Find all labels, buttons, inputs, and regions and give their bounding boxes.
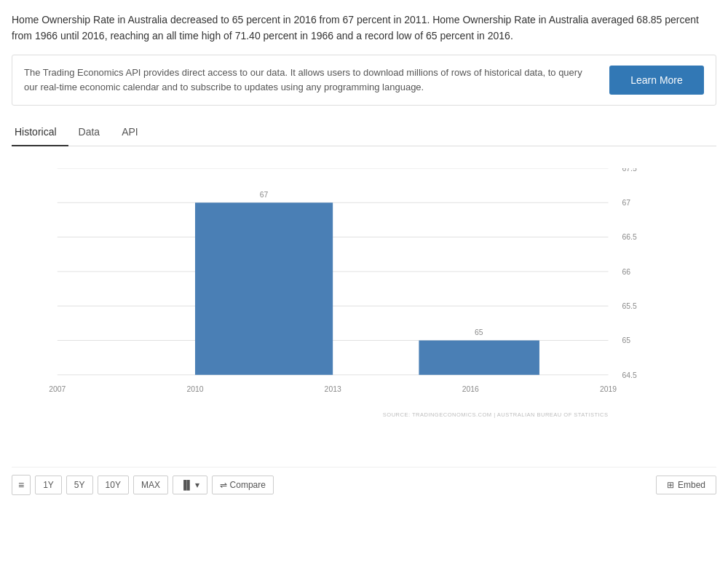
x-label-2013: 2013: [325, 385, 341, 393]
chart-source: SOURCE: TRADINGECONOMICS.COM | AUSTRALIA…: [383, 411, 609, 418]
y-label-675: 67.5: [622, 168, 636, 173]
chart-type-button[interactable]: ▐▌ ▾: [173, 476, 207, 494]
chart-container: 67.5 67 66.5 66 65.5 65 64.5 67 65 2007 …: [12, 154, 716, 459]
embed-button[interactable]: ⊞ Embed: [656, 476, 716, 494]
description-text: Home Ownership Rate in Australia decreas…: [12, 12, 716, 44]
btn-1y[interactable]: 1Y: [35, 476, 62, 494]
y-label-655: 65.5: [622, 302, 636, 310]
x-label-2007: 2007: [49, 385, 66, 393]
bar-label-2016: 65: [475, 328, 483, 336]
chart-svg: 67.5 67 66.5 66 65.5 65 64.5 67 65 2007 …: [48, 168, 673, 423]
tab-historical[interactable]: Historical: [12, 120, 68, 146]
bar-label-2010: 67: [260, 191, 269, 199]
learn-more-button[interactable]: Learn More: [609, 66, 704, 95]
btn-max[interactable]: MAX: [133, 476, 168, 494]
btn-10y[interactable]: 10Y: [98, 476, 129, 494]
bar-2010: [195, 202, 333, 374]
tabs-container: Historical Data API: [12, 120, 716, 146]
embed-label: Embed: [678, 480, 705, 490]
x-label-2016: 2016: [462, 385, 479, 393]
tab-api[interactable]: API: [119, 120, 150, 146]
embed-icon: ⊞: [667, 480, 674, 490]
bar-2016: [419, 341, 539, 375]
x-label-2010: 2010: [186, 385, 203, 393]
y-label-67: 67: [622, 199, 630, 207]
tab-data[interactable]: Data: [76, 120, 112, 146]
api-banner: The Trading Economics API provides direc…: [12, 55, 716, 106]
y-label-645: 64.5: [622, 371, 636, 379]
btn-5y[interactable]: 5Y: [66, 476, 93, 494]
y-label-66: 66: [622, 268, 630, 276]
compare-button[interactable]: ⇌ Compare: [212, 476, 274, 494]
api-banner-text: The Trading Economics API provides direc…: [24, 66, 595, 95]
y-label-665: 66.5: [622, 233, 636, 241]
toolbar: ≡ 1Y 5Y 10Y MAX ▐▌ ▾ ⇌ Compare ⊞ Embed: [12, 467, 716, 502]
list-view-button[interactable]: ≡: [12, 475, 31, 495]
y-label-65: 65: [622, 336, 630, 344]
x-label-2019: 2019: [600, 385, 617, 393]
